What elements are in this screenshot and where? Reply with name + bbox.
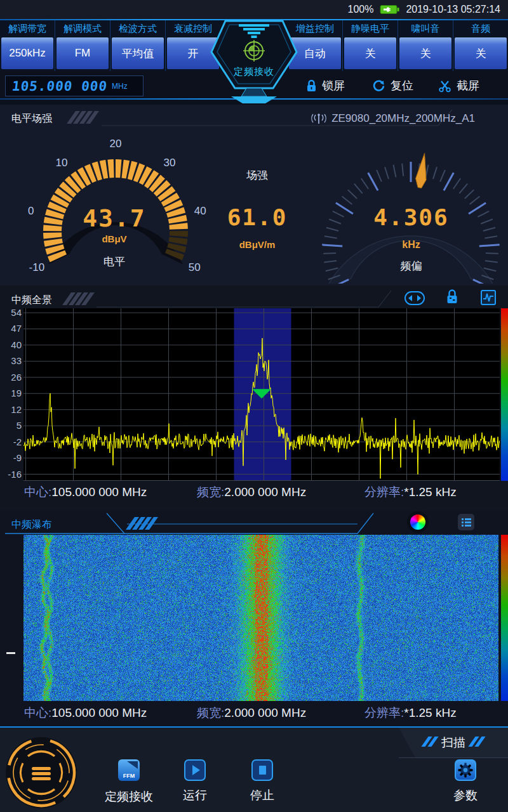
center-label: 中心 [24, 485, 51, 499]
hold-lock-button[interactable] [446, 289, 458, 308]
antenna-icon [311, 112, 327, 126]
waterfall-center-frequency: 中心105.000 000 MHz [24, 705, 147, 721]
control-squelch: 静噪电平 关 [342, 20, 398, 71]
span-label: 频宽 [197, 485, 224, 499]
frequency-value: 105.000 000 [11, 79, 109, 94]
ffm-label: 定频接收 [100, 789, 158, 805]
y-axis-label: 47 [1, 323, 22, 334]
chevron-bar [251, 36, 257, 38]
spectrum-canvas[interactable] [23, 308, 500, 481]
control-label: 啸叫音 [398, 20, 453, 37]
level-value: 43.7 [70, 204, 159, 232]
rbw-value: *1.25 kHz [404, 706, 456, 719]
slash-decoration [424, 737, 436, 749]
span-value: 2.000 000 MHz [224, 485, 306, 499]
field-strength-label: 场强 [222, 168, 292, 183]
gear-icon [455, 759, 476, 781]
trace-icon [480, 289, 497, 306]
svg-text:50: 50 [189, 261, 201, 273]
center-mode-shield[interactable]: 定频接收 [210, 19, 298, 105]
reset-button[interactable]: 复位 [372, 76, 413, 95]
header-outline-blue [0, 511, 406, 536]
device-name: ZE9080_20MHz_200MHz_A1 [331, 112, 475, 125]
battery-charging-icon [380, 4, 399, 15]
waterfall-canvas [23, 535, 498, 701]
y-axis-label: 5 [1, 420, 22, 431]
waterfall-resolution: 分辨率*1.25 kHz [364, 705, 457, 721]
receiver-app: 100% 2019-10-13 05:27:14 解调带宽 250kHz 解调模… [0, 0, 508, 812]
trace-mode-button[interactable] [480, 289, 497, 308]
svg-text:30: 30 [164, 157, 176, 169]
waterfall-panel: 中频瀑布 中心105.000 000 MHz 频宽2.000 000 MHz 分… [0, 511, 508, 726]
demod-bandwidth-button[interactable]: 250kHz [1, 37, 53, 69]
detector-button[interactable]: 平均值 [112, 37, 164, 69]
menu-icon [4, 735, 79, 810]
spectrum-center-frequency: 中心105.000 000 MHz [24, 484, 147, 501]
list-button[interactable] [457, 513, 475, 534]
parameters-button[interactable]: 参数 [443, 759, 488, 804]
scan-tab-border [399, 757, 508, 758]
chevron-bar [248, 32, 260, 34]
waterfall-colorbar [501, 535, 508, 701]
svg-text:10: 10 [56, 157, 68, 169]
control-audio: 音频 关 [453, 20, 508, 71]
span-value: 2.000 000 MHz [224, 706, 306, 719]
lock-icon [306, 79, 317, 93]
list-icon [457, 513, 475, 531]
control-label: 解调模式 [55, 20, 110, 37]
center-label: 中心 [24, 706, 51, 719]
y-axis-label: 40 [1, 339, 22, 350]
stop-icon [251, 759, 273, 781]
scan-label: 扫描 [441, 735, 465, 751]
rbw-label: 分辨率 [364, 485, 404, 499]
control-label: 解调带宽 [0, 20, 55, 37]
offset-unit: kHz [359, 239, 464, 251]
howl-tone-button[interactable]: 关 [399, 37, 451, 69]
screenshot-button[interactable]: 截屏 [438, 76, 479, 95]
frequency-unit: MHz [112, 82, 128, 91]
reset-label: 复位 [391, 78, 413, 93]
pan-icon [404, 291, 425, 306]
span-label: 频宽 [197, 706, 224, 719]
run-label: 运行 [173, 787, 217, 804]
center-mode-label: 定频接收 [210, 66, 298, 78]
y-axis-label: 12 [1, 404, 22, 415]
palette-button[interactable] [407, 511, 429, 533]
stop-label: 停止 [240, 787, 284, 804]
field-strength-value: 61.0 [216, 204, 298, 230]
control-howl-tone: 啸叫音 关 [398, 20, 453, 71]
chevron-bar [243, 28, 265, 30]
run-button[interactable]: 运行 [173, 759, 217, 804]
field-strength-unit: dBμV/m [216, 239, 298, 250]
y-axis-label: 54 [1, 307, 22, 318]
parameters-label: 参数 [443, 787, 488, 804]
level-unit: dBμV [70, 233, 159, 244]
slash-decoration [471, 737, 483, 749]
main-menu-button[interactable] [4, 735, 79, 812]
squelch-button[interactable]: 关 [344, 37, 396, 69]
play-icon [184, 759, 206, 781]
lock-screen-button[interactable]: 锁屏 [306, 76, 345, 95]
span-pan-button[interactable] [404, 291, 425, 308]
waterfall-panel-title: 中频瀑布 [11, 518, 52, 532]
frequency-display[interactable]: 105.000 000 MHz [5, 75, 144, 96]
demod-mode-button[interactable]: FM [57, 37, 109, 69]
spectrum-resolution: 分辨率*1.25 kHz [364, 484, 457, 501]
header-hatch [130, 517, 156, 532]
screenshot-icon [438, 79, 451, 93]
y-axis-label: 19 [1, 388, 22, 398]
stop-button[interactable]: 停止 [240, 759, 284, 804]
audio-button[interactable]: 关 [455, 37, 507, 69]
scan-tab[interactable]: 扫描 [399, 728, 508, 758]
ffm-icon: FFM [118, 759, 140, 781]
control-label: 静噪电平 [343, 20, 398, 37]
target-icon [243, 39, 265, 65]
rbw-value: *1.25 kHz [404, 485, 456, 499]
control-label: 检波方式 [110, 20, 165, 37]
spectrum-span: 频宽2.000 000 MHz [197, 484, 306, 501]
chevron-bar [239, 24, 269, 27]
waterfall-span: 频宽2.000 000 MHz [197, 705, 306, 721]
bottom-bar: 扫描 FFM [0, 728, 508, 812]
ffm-mode-button[interactable]: FFM 定频接收 [100, 759, 158, 805]
spectrum-colorbar [501, 308, 508, 481]
